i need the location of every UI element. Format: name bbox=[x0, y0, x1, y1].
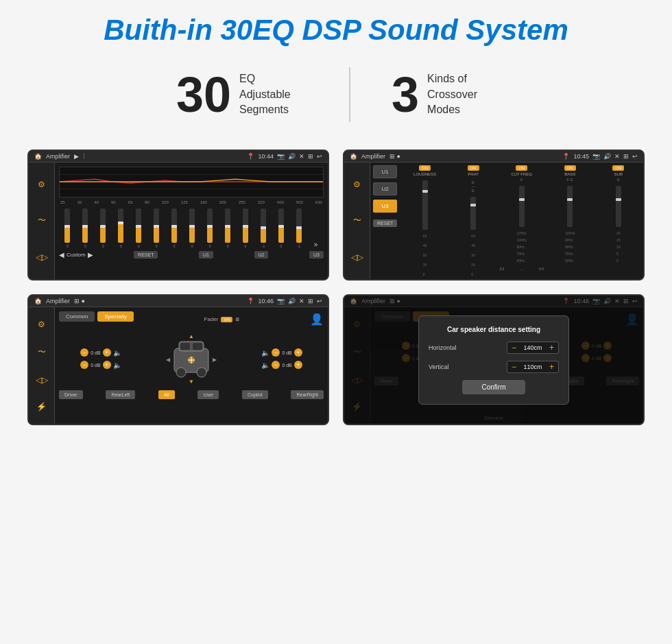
wave-icon-2[interactable]: 〜 bbox=[353, 215, 361, 226]
wave-icon-3[interactable]: 〜 bbox=[38, 346, 46, 358]
time-2: 10:45 bbox=[573, 153, 589, 160]
phat-markers: G—G bbox=[472, 180, 475, 193]
page-title: Buith-in 30EQ DSP Sound System bbox=[104, 14, 568, 47]
u2-btn-2[interactable]: U2 bbox=[373, 182, 397, 195]
horizontal-minus-btn[interactable]: − bbox=[512, 344, 516, 352]
stat-eq-number: 30 bbox=[176, 70, 231, 119]
sub-scale: 20151050 bbox=[616, 231, 621, 263]
loudness-slider[interactable] bbox=[422, 180, 428, 230]
loudness-scale: 644832160 bbox=[423, 234, 427, 276]
home-icon-2[interactable]: 🏠 bbox=[350, 153, 357, 160]
slider-12: -1 bbox=[261, 208, 266, 248]
dialog-horizontal-input[interactable]: − 140cm + bbox=[507, 342, 559, 354]
vertical-plus-btn[interactable]: + bbox=[549, 363, 554, 371]
specialty-btn-3[interactable]: Specialty bbox=[97, 311, 133, 322]
vol-rr-val-3: 0 dB bbox=[282, 363, 291, 368]
all-btn-3[interactable]: All bbox=[158, 390, 175, 399]
common-btn-3[interactable]: Common bbox=[59, 311, 95, 322]
left-panel-2: ⚙ 〜 ◁▷ bbox=[344, 163, 370, 279]
cutfreq-label: CUT FREQ bbox=[511, 172, 532, 176]
save-icon-2: ⊞ ● bbox=[389, 153, 400, 160]
vol-fl-plus-3[interactable]: + bbox=[103, 348, 111, 357]
vertical-minus-btn[interactable]: − bbox=[512, 363, 516, 371]
screens-grid: 🏠 Amplifier ▶ ⋮ 📍 10:44 📷 🔊 ✕ ⊞ ↩ ⚙ 〜 ◁▷ bbox=[27, 150, 645, 425]
stat-crossover: 3 Kinds ofCrossover Modes bbox=[392, 70, 496, 119]
rearright-btn-3[interactable]: RearRight bbox=[291, 390, 324, 399]
vol-fl-val-3: 0 dB bbox=[91, 350, 100, 355]
horizontal-plus-btn[interactable]: + bbox=[549, 344, 554, 352]
vol-rr-plus-3[interactable]: + bbox=[294, 361, 302, 369]
crossover-area: U1 U2 U3 RESET ON LOUDNESS 644832160 bbox=[370, 163, 643, 279]
slider-6: 0 bbox=[154, 208, 159, 248]
bass-slider[interactable] bbox=[567, 186, 573, 227]
fader-row-3: Fader ON ≡ bbox=[204, 315, 240, 323]
cutfreq-range: 3.0 ... 0.5 bbox=[499, 267, 544, 271]
left-vols-3: − 0 dB + 🔈 − 0 dB + 🔈 bbox=[80, 348, 121, 369]
svg-rect-5 bbox=[180, 343, 190, 350]
loudness-on: ON bbox=[419, 165, 431, 171]
home-icon-3[interactable]: 🏠 bbox=[34, 298, 42, 305]
svg-rect-6 bbox=[193, 343, 202, 350]
bt-icon-3[interactable]: ⚡ bbox=[36, 402, 47, 412]
slider-4: 5 bbox=[118, 208, 123, 248]
slider-2: 0 bbox=[82, 208, 88, 248]
status-bar-1: 🏠 Amplifier ▶ ⋮ 📍 10:44 📷 🔊 ✕ ⊞ ↩ bbox=[29, 151, 328, 163]
confirm-button[interactable]: Confirm bbox=[462, 380, 525, 394]
screen-dialog: 🏠 Amplifier ⊞ ● 📍 10:46 📷 🔊 ✕ ⊞ ↩ ⚙ 〜 ◁▷… bbox=[343, 294, 645, 425]
stat-eq-label: EQ AdjustableSegments bbox=[239, 71, 308, 117]
eq-sliders: 0 0 0 5 0 0 0 0 0 0 0 -1 0 -1 » bbox=[59, 207, 324, 248]
reset-btn-1[interactable]: RESET bbox=[134, 251, 158, 259]
bass-on: ON bbox=[564, 165, 576, 171]
stat-eq: 30 EQ AdjustableSegments bbox=[176, 70, 308, 119]
next-btn[interactable]: ▶ bbox=[88, 251, 93, 259]
horizontal-value: 140cm bbox=[519, 344, 547, 351]
vol-fr-plus-3[interactable]: + bbox=[294, 348, 302, 357]
fader-label-3: Fader bbox=[204, 316, 219, 322]
slider-3: 0 bbox=[100, 208, 106, 248]
u1-btn-2[interactable]: U1 bbox=[373, 165, 397, 178]
speaker-icon-2[interactable]: ◁▷ bbox=[351, 252, 363, 262]
back-icon-3[interactable]: ↩ bbox=[317, 298, 322, 305]
back-icon-2[interactable]: ↩ bbox=[632, 153, 638, 160]
eq-chart bbox=[59, 167, 324, 198]
dialog-vertical-input[interactable]: − 110cm + bbox=[507, 361, 559, 373]
dialog-overlay: Car speaker distance setting Horizontal … bbox=[344, 296, 643, 424]
volume-icon-2: 🔊 bbox=[603, 153, 611, 160]
u-buttons: U1 U2 U3 RESET bbox=[373, 165, 397, 276]
cutfreq-slider[interactable] bbox=[519, 186, 525, 227]
speaker-icon-1[interactable]: ◁▷ bbox=[36, 252, 48, 262]
screen-icon-1: ⊞ bbox=[308, 153, 313, 160]
speaker-icon-3[interactable]: ◁▷ bbox=[36, 375, 48, 385]
car-svg-3: ▲ ▼ ◀ ▶ bbox=[164, 331, 219, 386]
more-arrows[interactable]: » bbox=[314, 241, 318, 248]
vol-rr-minus-3[interactable]: − bbox=[272, 361, 280, 369]
eq-icon-1[interactable]: ⚙ bbox=[38, 180, 45, 189]
eq-icon-2[interactable]: ⚙ bbox=[353, 180, 361, 189]
reset-btn-2[interactable]: RESET bbox=[373, 219, 397, 227]
user-btn-3[interactable]: User bbox=[197, 390, 219, 399]
sub-slider[interactable] bbox=[616, 186, 621, 227]
vol-rl-minus-3[interactable]: − bbox=[80, 361, 88, 369]
u2-btn-1[interactable]: U2 bbox=[254, 251, 269, 259]
prev-btn[interactable]: ◀ bbox=[59, 251, 64, 259]
vol-rl-plus-3[interactable]: + bbox=[103, 361, 111, 369]
copilot-btn-3[interactable]: Copilot bbox=[242, 390, 268, 399]
vol-fl-minus-3[interactable]: − bbox=[80, 348, 88, 357]
u3-btn-1[interactable]: U3 bbox=[309, 251, 324, 259]
vol-fr-minus-3[interactable]: − bbox=[272, 348, 280, 357]
camera-icon-2: 📷 bbox=[592, 153, 600, 160]
driver-btn-3[interactable]: Driver bbox=[59, 390, 83, 399]
home-icon-1[interactable]: 🏠 bbox=[34, 153, 42, 160]
phat-slider[interactable] bbox=[470, 197, 476, 230]
u1-btn-1[interactable]: U1 bbox=[199, 251, 213, 259]
save-icon-3: ⊞ ● bbox=[74, 298, 85, 305]
screen-icon-3: ⊞ bbox=[308, 298, 313, 305]
back-icon-1[interactable]: ↩ bbox=[317, 153, 322, 160]
stat-divider bbox=[349, 67, 350, 122]
cutfreq-scale: 125Hz100Hz80Hz70Hz60Hz bbox=[516, 231, 526, 263]
wave-icon-1[interactable]: 〜 bbox=[38, 215, 46, 226]
rearleft-btn-3[interactable]: RearLeft bbox=[106, 390, 135, 399]
eq-icon-3[interactable]: ⚙ bbox=[38, 320, 45, 329]
u3-btn-2[interactable]: U3 bbox=[373, 200, 397, 213]
location-icon-2: 📍 bbox=[562, 153, 570, 160]
